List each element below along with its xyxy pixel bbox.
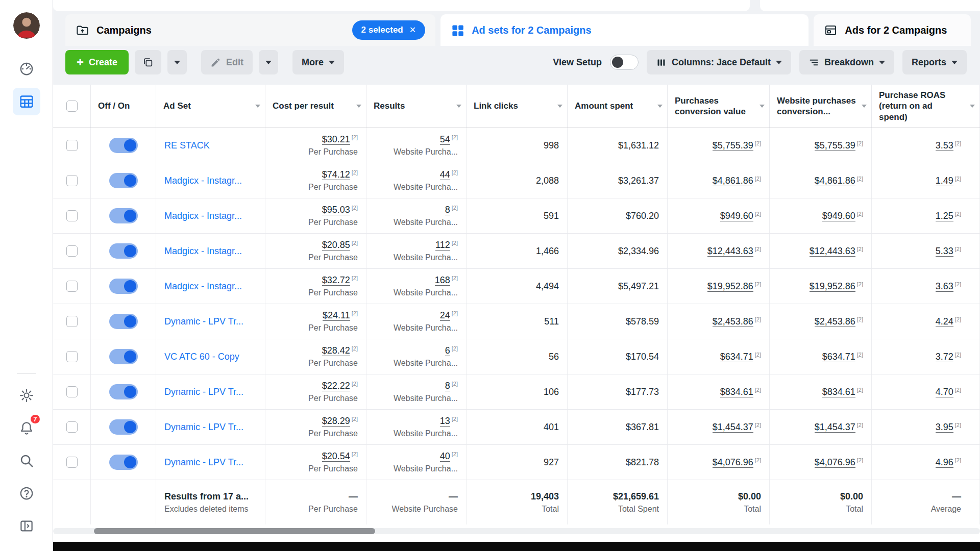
ad-set-name-link[interactable]: RE STACK xyxy=(164,140,210,151)
campaigns-table-icon[interactable] xyxy=(13,88,40,115)
wpc-value[interactable]: $834.61 xyxy=(822,387,855,397)
breakdown-button[interactable]: Breakdown xyxy=(799,50,894,74)
wpc-value[interactable]: $12,443.63 xyxy=(810,246,855,257)
notifications-bell-icon[interactable]: 7 xyxy=(13,414,40,442)
cost-per-result-value[interactable]: $20.54 xyxy=(322,451,350,462)
pcv-value[interactable]: $5,755.39 xyxy=(713,140,753,151)
select-all-checkbox[interactable] xyxy=(66,101,78,112)
pcv-value[interactable]: $12,443.63 xyxy=(707,246,753,257)
tab-ad-sets[interactable]: Ad sets for 2 Campaigns xyxy=(440,14,808,46)
roas-value[interactable]: 4.70 xyxy=(936,387,953,397)
pcv-value[interactable]: $834.61 xyxy=(720,387,753,397)
row-checkbox[interactable] xyxy=(66,210,78,221)
ad-set-on-toggle[interactable] xyxy=(109,173,138,188)
ad-set-on-toggle[interactable] xyxy=(109,138,138,153)
roas-value[interactable]: 3.53 xyxy=(936,140,953,151)
results-value[interactable]: 13 xyxy=(440,416,450,427)
columns-button[interactable]: Columns: Jace Default xyxy=(647,50,791,74)
column-header-purchase-roas[interactable]: Purchase ROAS (return on ad spend) xyxy=(872,85,980,128)
row-checkbox[interactable] xyxy=(66,386,78,397)
pcv-value[interactable]: $634.71 xyxy=(720,352,753,362)
roas-value[interactable]: 5.33 xyxy=(936,246,953,257)
ad-set-name-link[interactable]: Madgicx - Instagr... xyxy=(164,281,242,292)
row-checkbox[interactable] xyxy=(66,316,78,327)
ad-set-on-toggle[interactable] xyxy=(109,455,138,470)
ad-set-name-link[interactable]: Dynamic - LPV Tr... xyxy=(164,457,243,468)
ad-set-name-link[interactable]: Dynamic - LPV Tr... xyxy=(164,316,243,327)
row-checkbox[interactable] xyxy=(66,457,78,468)
column-header-link-clicks[interactable]: Link clicks xyxy=(467,85,568,128)
results-value[interactable]: 40 xyxy=(440,451,450,462)
row-checkbox[interactable] xyxy=(66,281,78,292)
edit-options-button[interactable] xyxy=(259,50,278,74)
clear-selection-icon[interactable]: ✕ xyxy=(409,26,416,34)
cost-per-result-value[interactable]: $24.11 xyxy=(323,310,350,321)
reports-button[interactable]: Reports xyxy=(902,50,967,74)
view-setup-toggle[interactable] xyxy=(610,55,639,70)
roas-value[interactable]: 4.96 xyxy=(936,457,953,468)
column-header-website-purchases-conversion[interactable]: Website purchases conversion... xyxy=(770,85,872,128)
ad-set-on-toggle[interactable] xyxy=(109,349,138,364)
collapse-panel-icon[interactable] xyxy=(13,512,40,540)
row-checkbox[interactable] xyxy=(66,421,78,433)
scrollbar-thumb[interactable] xyxy=(94,528,375,534)
ad-set-name-link[interactable]: Madgicx - Instagr... xyxy=(164,211,242,221)
create-button[interactable]: + Create xyxy=(65,50,129,74)
help-icon[interactable] xyxy=(13,480,40,507)
roas-value[interactable]: 1.25 xyxy=(936,211,953,221)
cost-per-result-value[interactable]: $30.21 xyxy=(322,134,350,145)
cost-per-result-value[interactable]: $20.85 xyxy=(322,240,350,251)
ad-set-name-link[interactable]: VC ATC 60 - Copy xyxy=(164,352,239,362)
ad-set-name-link[interactable]: Madgicx - Instagr... xyxy=(164,246,242,257)
duplicate-button[interactable] xyxy=(135,50,161,74)
wpc-value[interactable]: $4,861.86 xyxy=(815,176,855,186)
ad-set-name-link[interactable]: Dynamic - LPV Tr... xyxy=(164,422,243,433)
tab-ads[interactable]: Ads for 2 Campaigns xyxy=(814,14,971,46)
ad-set-on-toggle[interactable] xyxy=(109,279,138,294)
pcv-value[interactable]: $1,454.37 xyxy=(713,422,753,433)
search-icon[interactable] xyxy=(13,447,40,474)
roas-value[interactable]: 3.95 xyxy=(936,422,953,433)
column-header-cost-per-result[interactable]: Cost per result xyxy=(265,85,366,128)
results-value[interactable]: 168 xyxy=(435,275,450,286)
wpc-value[interactable]: $949.60 xyxy=(822,211,855,221)
selected-badge[interactable]: 2 selected ✕ xyxy=(352,20,426,40)
tab-campaigns[interactable]: Campaigns 2 selected ✕ xyxy=(65,14,435,46)
cost-per-result-value[interactable]: $28.29 xyxy=(322,416,350,427)
duplicate-options-button[interactable] xyxy=(167,50,187,74)
cost-per-result-value[interactable]: $32.72 xyxy=(322,275,350,286)
results-value[interactable]: 6 xyxy=(445,345,450,356)
results-value[interactable]: 112 xyxy=(435,240,450,251)
cost-per-result-value[interactable]: $22.22 xyxy=(322,381,350,391)
ad-set-name-link[interactable]: Dynamic - LPV Tr... xyxy=(164,387,243,397)
column-header-ad-set[interactable]: Ad Set xyxy=(156,85,265,128)
ad-set-name-link[interactable]: Madgicx - Instagr... xyxy=(164,176,242,186)
ad-set-on-toggle[interactable] xyxy=(109,208,138,223)
wpc-value[interactable]: $19,952.86 xyxy=(810,281,855,292)
avatar[interactable] xyxy=(13,12,40,39)
pcv-value[interactable]: $949.60 xyxy=(720,211,753,221)
cost-per-result-value[interactable]: $74.12 xyxy=(322,169,350,180)
row-checkbox[interactable] xyxy=(66,351,78,362)
wpc-value[interactable]: $4,076.96 xyxy=(815,457,855,468)
roas-value[interactable]: 1.49 xyxy=(936,176,953,186)
pcv-value[interactable]: $19,952.86 xyxy=(707,281,753,292)
roas-value[interactable]: 3.63 xyxy=(936,281,953,292)
ad-set-on-toggle[interactable] xyxy=(109,314,138,329)
column-header-amount-spent[interactable]: Amount spent xyxy=(568,85,668,128)
results-value[interactable]: 54 xyxy=(440,134,450,145)
cost-per-result-value[interactable]: $28.42 xyxy=(322,345,350,356)
roas-value[interactable]: 4.24 xyxy=(936,316,953,327)
wpc-value[interactable]: $2,453.86 xyxy=(815,316,855,327)
wpc-value[interactable]: $5,755.39 xyxy=(815,140,855,151)
settings-gear-icon[interactable] xyxy=(13,382,40,409)
pcv-value[interactable]: $4,076.96 xyxy=(713,457,753,468)
results-value[interactable]: 24 xyxy=(440,310,450,321)
row-checkbox[interactable] xyxy=(66,140,78,151)
ads-reporting-gauge-icon[interactable] xyxy=(13,55,40,83)
wpc-value[interactable]: $1,454.37 xyxy=(815,422,855,433)
ad-set-on-toggle[interactable] xyxy=(109,419,138,435)
wpc-value[interactable]: $634.71 xyxy=(822,352,855,362)
edit-button[interactable]: Edit xyxy=(201,50,253,74)
column-header-results[interactable]: Results xyxy=(366,85,467,128)
